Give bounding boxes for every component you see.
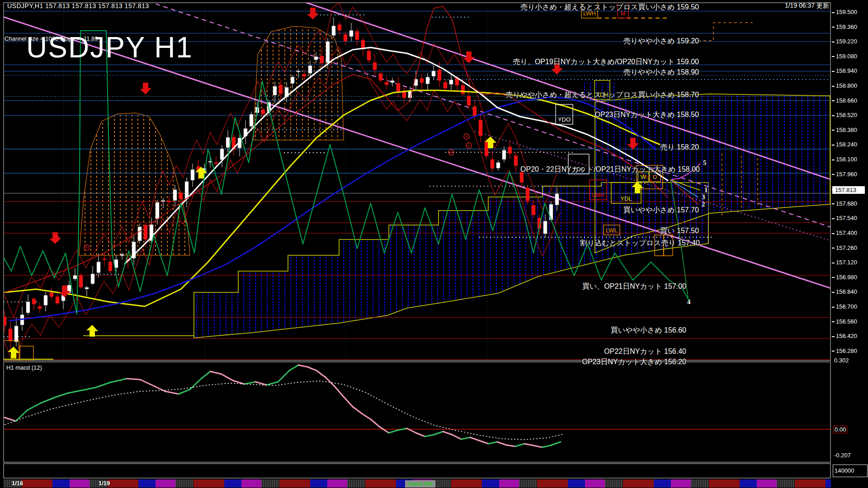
timeline-segment (433, 479, 451, 488)
timeline-segment (193, 479, 224, 488)
price-annotation: OP22日NYカット 156.40 (604, 347, 686, 357)
timeline-segment (654, 479, 671, 488)
timeline-segment (826, 479, 831, 488)
price-tick: 159.220 (832, 38, 857, 45)
timeline-segment (224, 479, 241, 488)
price-annotation: 売りやや小さめ 158.90 (623, 68, 699, 77)
trading-chart-window: LWHMYDHYDOYDCLMHYDLLWLWD USDJPY,H1 157.8… (0, 0, 868, 488)
price-tick: 158.100 (832, 156, 857, 163)
timeline-segment (671, 479, 691, 488)
timeline-segment (175, 479, 193, 488)
timeline-segment (740, 479, 757, 488)
timeline-segment (605, 479, 623, 488)
svg-text:LMH: LMH (592, 192, 604, 198)
timeline-segment (108, 479, 138, 488)
price-tick: 156.280 (832, 347, 857, 354)
timeline-date-label: 1/16 (12, 480, 23, 487)
price-tick: 158.520 (832, 112, 857, 118)
timeline-segment (585, 479, 605, 488)
price-tick: 157.680 (832, 200, 857, 207)
timeline-segment (279, 479, 310, 488)
price-tick: 158.660 (832, 97, 857, 104)
fan-number-label: 1 (704, 186, 708, 194)
macd-indicator-title: H1 macd (12) (6, 364, 42, 371)
macd-scale-top: 0.302 (834, 357, 849, 364)
chart-canvas[interactable]: LWHMYDHYDOYDCLMHYDLLWLWD (0, 0, 868, 488)
svg-text:YDL: YDL (620, 195, 632, 202)
timeline-segment (138, 479, 156, 488)
volume-scale-label: 140000 (833, 465, 868, 477)
timeline-segment (241, 479, 261, 488)
timeline-segment (482, 479, 499, 488)
timeline-segment (519, 479, 537, 488)
timeline-segment (22, 479, 52, 488)
timeline-segment (568, 479, 585, 488)
svg-text:LWL: LWL (606, 227, 618, 234)
fan-number-label: 5 (703, 159, 707, 167)
price-tick: 157.400 (832, 230, 857, 236)
timeline-segment (691, 479, 709, 488)
timeline-segment (709, 479, 740, 488)
price-annotation: OP20・22日NYカット/OP21日NYカット大きめ 158.00 (520, 165, 700, 174)
price-tick: 159.500 (832, 9, 857, 15)
price-tick: 156.700 (832, 303, 857, 310)
fan-number-label: 3 (702, 193, 705, 201)
svg-text:YDO: YDO (558, 116, 571, 123)
timeline-segment (757, 479, 777, 488)
channel-info-label: Channel size = 1038 Slope = -11.89 (5, 35, 98, 42)
macd-toggle-button[interactable]: macd ON (405, 480, 435, 488)
updated-timestamp: 1/19 06:37 更新 (785, 2, 829, 10)
timeline-segment (537, 479, 568, 488)
timeline-segment (156, 479, 175, 488)
price-annotation: 買いやや小さめ 156.60 (611, 326, 686, 335)
timeline-segment (795, 479, 826, 488)
svg-text:W: W (641, 174, 646, 180)
price-annotation: 売り、OP19日NYカット大きめ/OP20日NYカット 159.00 (513, 57, 699, 67)
timeline-segment (70, 479, 90, 488)
svg-text:D: D (653, 174, 657, 180)
timeline-segment (310, 479, 327, 488)
price-tick: 156.420 (832, 333, 857, 339)
price-annotation: 買いやや小さめ 157.70 (623, 206, 699, 215)
timeline-segment (777, 479, 795, 488)
macd-scale-bottom: -0.207 (834, 452, 851, 459)
timeline-segment (499, 479, 519, 488)
price-annotation: 売り 158.20 (660, 143, 699, 152)
price-tick: 156.980 (832, 274, 857, 281)
price-tick: 158.800 (832, 82, 857, 89)
price-tick: 157.120 (832, 259, 857, 266)
price-annotation: OP23日NYカット大きめ 156.20 (582, 357, 686, 367)
fan-number-label: 2 (702, 201, 705, 208)
fan-number-label: 4 (687, 298, 691, 306)
timeline-segment (347, 479, 365, 488)
price-tick: 159.360 (832, 23, 857, 30)
current-price-label: 157.813 (832, 186, 865, 194)
price-tick: 158.940 (832, 67, 857, 74)
timeline-segment (451, 479, 482, 488)
price-annotation: 買い 157.50 (660, 226, 699, 236)
price-tick: 158.380 (832, 127, 857, 133)
price-annotation: 売り小さめ・超えるとストップロス買い小さめ 159.50 (520, 3, 699, 12)
price-tick: 157.260 (832, 244, 857, 251)
price-annotation: 売りやや小さめ・超えるとストップロス買い小さめ 158.70 (505, 90, 699, 100)
price-tick: 157.540 (832, 215, 857, 221)
price-tick: 158.240 (832, 141, 857, 148)
price-annotation: 割り込むとストップロス売り 157.40 (580, 239, 700, 248)
price-tick: 159.080 (832, 53, 857, 60)
timeline-segment (261, 479, 279, 488)
macd-scale-zero: 0.00 (833, 426, 847, 433)
symbol-ohlc-line: USDJPY,H1 157.813 157.813 157.813 157.81… (7, 2, 149, 9)
timeline-segment (623, 479, 654, 488)
price-tick: 156.560 (832, 318, 857, 325)
timeline-segment (327, 479, 347, 488)
timeline-segment (365, 479, 396, 488)
price-annotation: 売りやや小さめ 159.20 (623, 37, 699, 46)
timeline-segment (52, 479, 70, 488)
price-annotation: OP23日NYカット大きめ 158.50 (595, 110, 699, 120)
timeline-date-label: 1/19 (99, 480, 110, 487)
price-annotation: 買い、OP21日NYカット 157.00 (582, 282, 686, 291)
price-tick: 157.960 (832, 171, 857, 178)
price-tick: 156.840 (832, 288, 857, 295)
